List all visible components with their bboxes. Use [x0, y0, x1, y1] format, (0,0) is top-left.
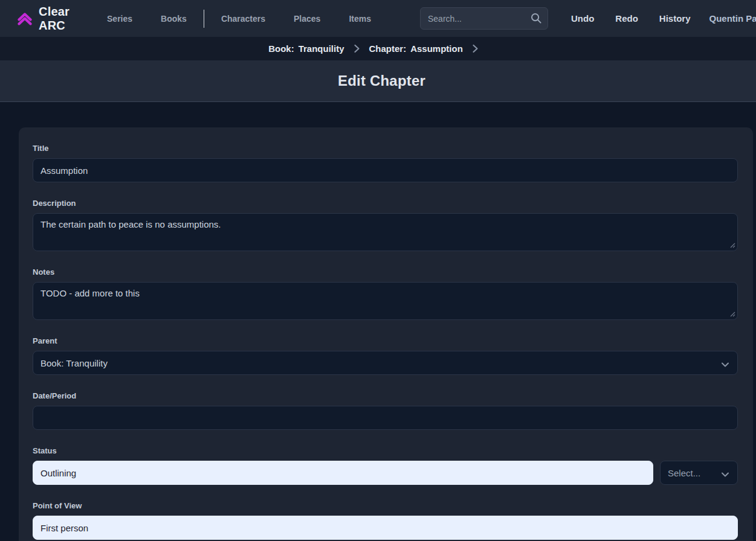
description-label: Description	[33, 198, 738, 209]
undo-button[interactable]: Undo	[571, 13, 594, 24]
breadcrumb-chapter-link[interactable]: Chapter: Assumption	[369, 43, 463, 54]
resize-grip-icon[interactable]	[730, 312, 735, 317]
date-period-input[interactable]	[33, 406, 738, 430]
nav-item-places[interactable]: Places	[294, 14, 320, 24]
breadcrumb-chapter-label: Chapter:	[369, 43, 407, 54]
point-of-view-input[interactable]	[33, 516, 738, 540]
search-icon[interactable]	[530, 12, 542, 27]
description-textarea[interactable]: The certain path to peace is no assumpti…	[33, 213, 738, 251]
history-button[interactable]: History	[659, 13, 691, 24]
point-of-view-field: Point of View	[33, 501, 738, 540]
main-content: Title Description The certain path to pe…	[0, 127, 756, 541]
chevron-down-icon	[721, 469, 729, 479]
chevron-down-icon	[721, 359, 729, 370]
description-field: Description The certain path to peace is…	[33, 198, 738, 251]
title-label: Title	[33, 143, 738, 154]
breadcrumb-chapter-value: Assumption	[410, 43, 463, 54]
logo-double-chevron-up-icon	[17, 11, 33, 26]
top-navbar: Clear ARC Series Books Characters Places…	[0, 0, 756, 37]
status-label: Status	[33, 446, 738, 456]
search-input[interactable]	[420, 7, 548, 30]
page-heading-band: Edit Chapter	[0, 60, 756, 102]
breadcrumb-book-value: Tranquility	[299, 43, 344, 54]
status-select-placeholder: Select...	[668, 468, 700, 478]
notes-field: Notes TODO - add more to this	[33, 267, 738, 320]
point-of-view-label: Point of View	[33, 501, 738, 511]
nav-item-books[interactable]: Books	[161, 14, 187, 24]
breadcrumb-book-link[interactable]: Book: Tranquility	[268, 43, 344, 54]
title-field: Title	[33, 143, 738, 182]
primary-nav: Series Books Characters Places Items	[107, 10, 399, 28]
edit-chapter-form: Title Description The certain path to pe…	[19, 127, 753, 541]
redo-button[interactable]: Redo	[615, 13, 638, 24]
nav-item-series[interactable]: Series	[107, 14, 132, 24]
resize-grip-icon[interactable]	[730, 243, 735, 248]
title-input[interactable]	[33, 158, 738, 182]
search-box	[420, 7, 548, 30]
nav-item-characters[interactable]: Characters	[221, 14, 265, 24]
nav-divider	[204, 10, 204, 28]
user-name: Quentin Pain	[709, 13, 756, 24]
nav-item-items[interactable]: Items	[349, 14, 371, 24]
history-actions: Undo Redo History	[571, 13, 712, 24]
date-period-label: Date/Period	[33, 391, 738, 402]
status-select[interactable]: Select...	[660, 461, 738, 485]
notes-label: Notes	[33, 267, 738, 278]
parent-select-value: Book: Tranquility	[40, 358, 108, 368]
status-field: Status Select...	[33, 446, 738, 485]
brand[interactable]: Clear ARC	[17, 5, 69, 33]
chevron-right-icon	[354, 44, 360, 53]
breadcrumb-book-label: Book:	[268, 43, 294, 54]
parent-field: Parent Book: Tranquility	[33, 336, 738, 375]
notes-textarea[interactable]: TODO - add more to this	[33, 282, 738, 320]
date-period-field: Date/Period	[33, 391, 738, 430]
parent-label: Parent	[33, 336, 738, 347]
breadcrumb: Book: Tranquility Chapter: Assumption	[0, 37, 756, 60]
user-menu[interactable]: Quentin Pain	[709, 13, 756, 24]
status-input[interactable]	[33, 461, 653, 485]
page-title: Edit Chapter	[331, 72, 425, 89]
parent-select[interactable]: Book: Tranquility	[33, 351, 738, 375]
chevron-right-icon	[472, 44, 479, 53]
brand-name: Clear ARC	[39, 5, 69, 33]
